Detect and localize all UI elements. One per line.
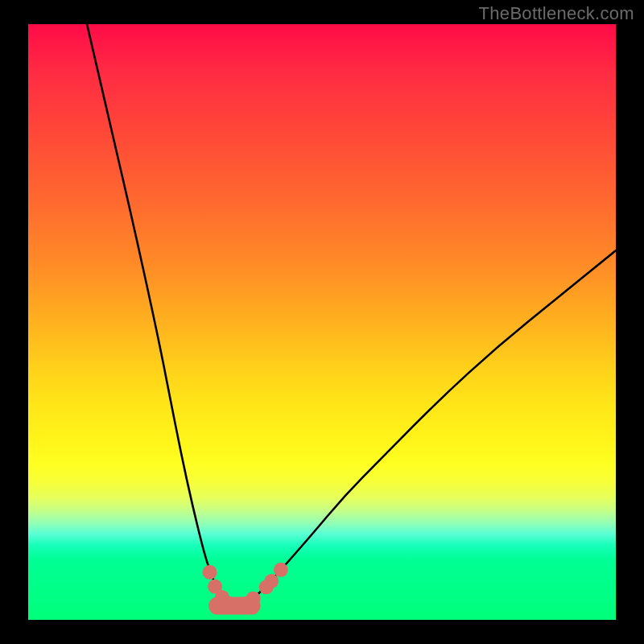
curve-layer xyxy=(28,24,616,620)
plot-area xyxy=(28,24,616,620)
watermark-text: TheBottleneck.com xyxy=(479,3,634,24)
chart-stage: TheBottleneck.com xyxy=(0,0,644,644)
curve-marker xyxy=(264,574,279,588)
curve-marker xyxy=(274,563,288,577)
curve-marker xyxy=(246,591,261,605)
bottleneck-curve xyxy=(87,24,616,605)
curve-marker xyxy=(203,565,217,580)
